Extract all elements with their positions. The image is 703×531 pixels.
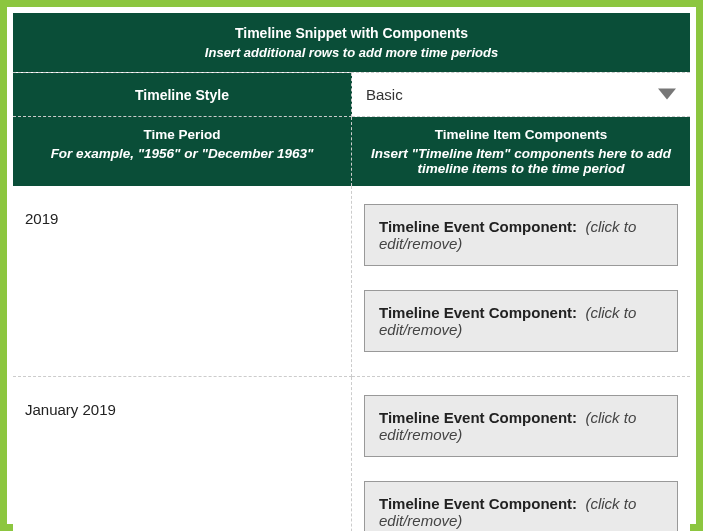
event-label: Timeline Event Component:	[379, 409, 577, 426]
period-value: January 2019	[25, 401, 116, 418]
snippet-title: Timeline Snippet with Components	[21, 25, 682, 41]
period-column-header: Time Period For example, "1956" or "Dece…	[13, 117, 352, 187]
timeline-event-component[interactable]: Timeline Event Component: (click to edit…	[364, 204, 678, 266]
event-label: Timeline Event Component:	[379, 495, 577, 512]
items-col-hint: Insert "Timeline Item" components here t…	[360, 146, 682, 176]
timeline-event-component[interactable]: Timeline Event Component: (click to edit…	[364, 290, 678, 352]
timeline-event-component[interactable]: Timeline Event Component: (click to edit…	[364, 395, 678, 457]
event-label: Timeline Event Component:	[379, 304, 577, 321]
snippet-header: Timeline Snippet with Components Insert …	[13, 13, 690, 73]
period-cell[interactable]: 2019	[13, 186, 352, 377]
style-label: Timeline Style	[135, 87, 229, 103]
period-col-title: Time Period	[21, 127, 343, 142]
period-col-hint: For example, "1956" or "December 1963"	[21, 146, 343, 161]
timeline-snippet-frame: Timeline Snippet with Components Insert …	[0, 0, 703, 531]
chevron-down-icon	[658, 86, 676, 104]
style-select-cell: Basic	[352, 73, 691, 117]
svg-marker-0	[658, 88, 676, 99]
style-label-cell: Timeline Style	[13, 73, 352, 117]
items-column-header: Timeline Item Components Insert "Timelin…	[352, 117, 691, 187]
items-cell: Timeline Event Component: (click to edit…	[352, 377, 691, 532]
period-value: 2019	[25, 210, 58, 227]
event-label: Timeline Event Component:	[379, 218, 577, 235]
table-row: January 2019 Timeline Event Component: (…	[13, 377, 690, 532]
timeline-event-component[interactable]: Timeline Event Component: (click to edit…	[364, 481, 678, 531]
snippet-subtitle: Insert additional rows to add more time …	[21, 45, 682, 60]
period-cell[interactable]: January 2019	[13, 377, 352, 532]
items-cell: Timeline Event Component: (click to edit…	[352, 186, 691, 377]
items-col-title: Timeline Item Components	[360, 127, 682, 142]
style-selected-value: Basic	[366, 86, 403, 103]
timeline-style-select[interactable]: Basic	[352, 73, 690, 116]
timeline-config-table: Timeline Snippet with Components Insert …	[13, 13, 690, 531]
table-row: 2019 Timeline Event Component: (click to…	[13, 186, 690, 377]
